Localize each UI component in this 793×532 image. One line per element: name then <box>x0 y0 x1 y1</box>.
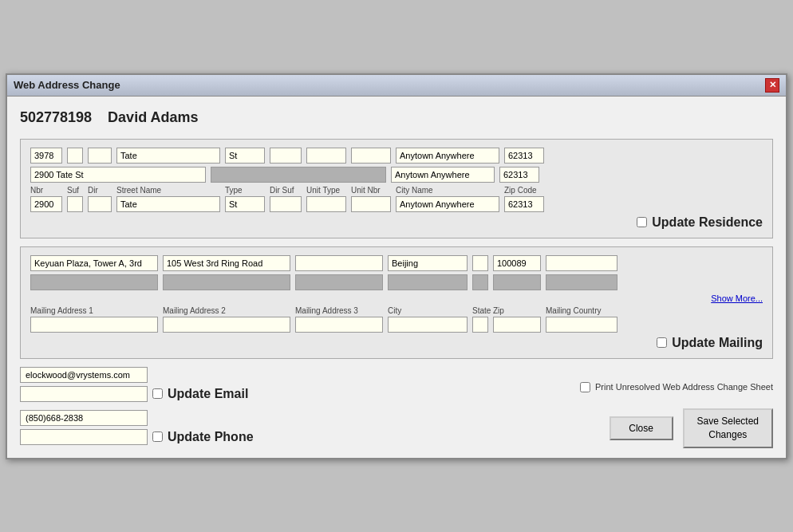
res-city-bar: Anytown Anywhere <box>391 167 495 183</box>
update-phone-label: Update Phone <box>168 430 254 444</box>
update-mailing-label: Update Mailing <box>672 336 763 350</box>
mailing-section: Show More... Mailing Address 1 Mailing A… <box>20 246 773 359</box>
street-name-label: Street Name <box>116 186 220 195</box>
res-unittype-display[interactable] <box>306 148 346 164</box>
update-phone-checkbox[interactable] <box>152 432 163 442</box>
update-mailing-checkbox[interactable] <box>657 337 667 348</box>
close-icon[interactable]: ✕ <box>765 78 779 93</box>
mail-addr2-input[interactable] <box>163 317 290 333</box>
mail-addr3-input[interactable] <box>295 317 383 333</box>
update-residence-label: Update Residence <box>652 215 763 230</box>
mailing-display-row <box>30 255 763 271</box>
mail-addr1-input[interactable] <box>30 317 158 333</box>
mail-city-input[interactable] <box>388 317 468 333</box>
res-type-display[interactable] <box>225 148 265 164</box>
mail-zip-label: Zip <box>493 306 541 315</box>
mail-gray2 <box>163 274 290 290</box>
res-dirsuf-display[interactable] <box>270 148 302 164</box>
mail-country-input[interactable] <box>546 317 617 333</box>
city-name-label: City Name <box>396 186 499 195</box>
mail-country-label: Mailing Country <box>546 306 617 315</box>
phone-current-value: (850)668-2838 <box>20 410 148 426</box>
mail-addr1-label: Mailing Address 1 <box>30 306 158 315</box>
unit-nbr-label: Unit Nbr <box>351 186 391 195</box>
mail-gray4 <box>388 274 468 290</box>
mail-gray3 <box>295 274 383 290</box>
res-nbr-display[interactable] <box>30 148 62 164</box>
mail-city-display[interactable] <box>388 255 468 271</box>
unit-type-label: Unit Type <box>306 186 346 195</box>
type-label: Type <box>225 186 265 195</box>
mail-state-display[interactable] <box>472 255 488 271</box>
print-checkbox[interactable] <box>580 382 590 392</box>
print-row: Print Unresolved Web Address Change Shee… <box>580 382 773 392</box>
res-dir-display[interactable] <box>88 148 112 164</box>
mail-zip-display[interactable] <box>493 255 541 271</box>
res-city-input[interactable] <box>396 196 499 212</box>
save-button[interactable]: Save Selected Changes <box>683 408 773 448</box>
close-button[interactable]: Close <box>610 416 673 440</box>
email-input[interactable] <box>20 386 148 402</box>
email-block: elockwood@vrystems.com Update Email <box>20 367 254 402</box>
res-middle-bar <box>211 167 386 183</box>
phone-block: (850)668-2838 Update Phone <box>20 410 254 445</box>
res-street-display[interactable] <box>116 148 220 164</box>
res-dirsuf-input[interactable] <box>270 196 302 212</box>
residence-inputs-row <box>30 196 763 212</box>
mail-addr2-display[interactable] <box>163 255 290 271</box>
mailing-inputs-row <box>30 317 763 333</box>
mailing-gray-row <box>30 274 763 290</box>
email-phone-area: elockwood@vrystems.com Update Email (850… <box>20 367 254 448</box>
res-suf-display[interactable] <box>67 148 83 164</box>
mailing-labels-row: Mailing Address 1 Mailing Address 2 Mail… <box>30 306 763 315</box>
window-body: 502778198 David Adams 2900 Tate St <box>7 97 786 458</box>
res-nbr-input[interactable] <box>30 196 62 212</box>
res-unitnbr-input[interactable] <box>351 196 391 212</box>
mail-state-label: State <box>472 306 488 315</box>
main-window: Web Address Change ✕ 502778198 David Ada… <box>6 73 787 459</box>
bottom-area: elockwood@vrystems.com Update Email (850… <box>20 367 773 448</box>
res-suf-input[interactable] <box>67 196 83 212</box>
res-zip-input[interactable] <box>504 196 544 212</box>
res-unittype-input[interactable] <box>306 196 346 212</box>
nbr-label: Nbr <box>30 186 62 195</box>
account-id: 502778198 <box>20 109 92 126</box>
dir-suf-label: Dir Suf <box>270 186 302 195</box>
mail-addr3-label: Mailing Address 3 <box>295 306 383 315</box>
residence-gray-row: 2900 Tate St Anytown Anywhere 62313 <box>30 167 763 183</box>
residence-labels-row: Nbr Suf Dir Street Name Type Dir Suf Uni… <box>30 186 763 195</box>
mail-gray5 <box>472 274 488 290</box>
mail-gray1 <box>30 274 158 290</box>
titlebar: Web Address Change ✕ <box>7 75 786 97</box>
res-city-display[interactable] <box>396 148 499 164</box>
res-street-input[interactable] <box>116 196 220 212</box>
action-buttons: Close Save Selected Changes <box>610 408 773 448</box>
mail-addr3-display[interactable] <box>295 255 383 271</box>
account-header: 502778198 David Adams <box>20 106 773 129</box>
dir-label: Dir <box>88 186 112 195</box>
suf-label: Suf <box>67 186 83 195</box>
res-unitnbr-display[interactable] <box>351 148 391 164</box>
mail-gray6 <box>493 274 541 290</box>
update-residence-checkbox[interactable] <box>637 217 647 227</box>
mail-addr2-label: Mailing Address 2 <box>163 306 290 315</box>
res-zip-display[interactable] <box>504 148 544 164</box>
res-type-input[interactable] <box>225 196 265 212</box>
mail-zip-input[interactable] <box>493 317 541 333</box>
update-email-checkbox[interactable] <box>152 388 163 399</box>
print-label: Print Unresolved Web Address Change Shee… <box>595 382 773 392</box>
show-more-link[interactable]: Show More... <box>30 294 763 303</box>
phone-update-row: Update Phone <box>20 429 254 445</box>
mail-gray7 <box>546 274 617 290</box>
mail-country-display[interactable] <box>546 255 617 271</box>
mail-addr1-display[interactable] <box>30 255 158 271</box>
residence-section: 2900 Tate St Anytown Anywhere 62313 Nbr … <box>20 139 773 238</box>
phone-input[interactable] <box>20 429 148 445</box>
update-residence-row: Update Residence <box>30 215 763 230</box>
res-dir-input[interactable] <box>88 196 112 212</box>
right-controls: Print Unresolved Web Address Change Shee… <box>580 376 773 448</box>
update-email-label: Update Email <box>168 387 248 401</box>
mail-state-input[interactable] <box>472 317 488 333</box>
email-current-value: elockwood@vrystems.com <box>20 367 148 383</box>
mail-city-label: City <box>388 306 468 315</box>
